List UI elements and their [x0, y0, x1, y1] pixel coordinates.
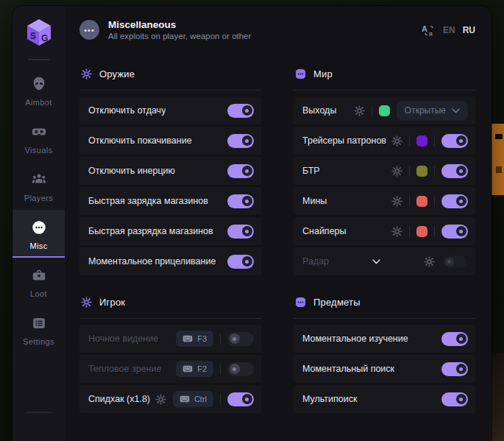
toggle-switch[interactable] [227, 164, 254, 178]
toggle-switch[interactable] [227, 255, 254, 269]
toggle-dot [245, 230, 249, 233]
column-left: ОружиеОтключить отдачуОтключить покачива… [79, 57, 261, 441]
color-swatch[interactable] [416, 226, 427, 237]
setting-label: Быстрая разрядка магазинов [88, 226, 213, 236]
gear-icon[interactable] [391, 226, 402, 237]
svg-text:A: A [422, 24, 427, 33]
setting-row: Тепловое зрениеF2 [79, 355, 261, 383]
row-controls [391, 194, 468, 208]
setting-row: Отключить покачивание [79, 127, 261, 155]
setting-row: Радар [294, 247, 475, 275]
setting-row: Моментальное прицеливание [79, 247, 261, 275]
toggle-switch[interactable] [441, 392, 468, 406]
toggle-switch[interactable] [227, 392, 254, 406]
row-controls [441, 392, 468, 406]
sidebar-item-loot[interactable]: Loot [13, 258, 65, 306]
color-swatch[interactable] [379, 105, 390, 116]
sidebar-bottom-divider [26, 412, 52, 413]
toggle-dot [459, 337, 463, 341]
keybind-label: Ctrl [194, 395, 207, 403]
separator [434, 166, 435, 177]
toggle-switch[interactable] [441, 164, 468, 178]
row-controls [391, 134, 468, 148]
toggle-switch[interactable] [227, 362, 254, 376]
gear-icon[interactable] [391, 196, 402, 207]
color-swatch[interactable] [416, 135, 427, 147]
page-title: Miscellaneous [108, 19, 251, 30]
separator [409, 226, 410, 237]
row-controls [441, 332, 468, 346]
toggle-switch[interactable] [227, 194, 254, 208]
svg-text:G: G [41, 33, 48, 43]
app-logo-icon: S G [23, 16, 55, 50]
setting-label: Быстрая зарядка магазинов [88, 196, 208, 206]
toggle-switch[interactable] [441, 134, 468, 148]
toggle-dot [245, 260, 249, 264]
toggle-dot [245, 139, 249, 143]
toggle-switch[interactable] [441, 332, 468, 346]
setting-row: Мины [294, 187, 475, 215]
chat-dots-icon [295, 297, 306, 308]
gear-icon[interactable] [354, 105, 365, 116]
toggle-dot [245, 200, 249, 203]
setting-label: Моментальное изучение [302, 334, 408, 344]
settings-list-icon [30, 314, 48, 332]
translate-icon: A я [421, 24, 436, 37]
setting-label: Трейсеры патронов [302, 135, 386, 146]
gear-icon[interactable] [391, 135, 402, 147]
exits-state-dropdown[interactable]: Открытые [397, 101, 468, 121]
toggle-dot [447, 260, 450, 263]
expand-chevron-down-icon[interactable] [372, 259, 380, 264]
svg-text:я: я [429, 30, 433, 37]
lang-en-button[interactable]: EN [443, 25, 455, 35]
toggle-knob [456, 135, 466, 146]
ellipsis-circle-icon [30, 219, 48, 236]
toggle-knob [242, 135, 252, 146]
section-header: Предметы [294, 278, 475, 318]
setting-label: Отключить отдачу [88, 105, 166, 116]
gear-icon [81, 297, 92, 308]
setting-label: Ночное видение [88, 334, 158, 344]
keybind-badge[interactable]: F2 [176, 361, 213, 377]
page-header: ••• Miscellaneous All exploits on player… [65, 6, 491, 48]
setting-row: Спидхак (x1.8)Ctrl [79, 385, 261, 413]
sidebar-item-players[interactable]: Players [13, 162, 65, 210]
section-title: Оружие [99, 68, 135, 80]
separator [434, 196, 435, 207]
toggle-switch[interactable] [441, 362, 468, 376]
toggle-switch[interactable] [227, 134, 254, 148]
sidebar-item-settings[interactable]: Settings [13, 306, 65, 353]
row-controls [227, 164, 254, 178]
toggle-knob [456, 196, 466, 206]
toggle-knob [456, 226, 466, 236]
toggle-switch[interactable] [441, 225, 468, 239]
setting-row: ВыходыОткрытые [294, 96, 475, 124]
separator [372, 105, 372, 116]
section-divider [79, 90, 261, 91]
gear-icon[interactable] [424, 256, 435, 267]
setting-row: Трейсеры патронов [294, 127, 475, 155]
setting-label: Отключить покачивание [88, 135, 192, 146]
sidebar-item-aimbot[interactable]: Aimbot [13, 66, 65, 114]
section-header: Мир [294, 57, 475, 90]
toggle-switch[interactable] [227, 225, 254, 239]
toggle-switch[interactable] [441, 194, 468, 208]
gear-icon[interactable] [155, 394, 166, 405]
toggle-dot [245, 169, 249, 173]
row-controls [441, 362, 468, 376]
color-swatch[interactable] [416, 196, 427, 207]
gear-icon[interactable] [391, 166, 402, 177]
svg-text:S: S [30, 31, 36, 41]
toggle-switch[interactable] [227, 104, 254, 118]
lang-ru-button[interactable]: RU [463, 25, 475, 35]
section-divider [79, 318, 261, 319]
sidebar-item-misc[interactable]: Misc [13, 210, 65, 258]
keybind-badge[interactable]: F3 [176, 331, 213, 347]
sidebar-item-visuals[interactable]: Visuals [13, 114, 65, 162]
keybind-badge[interactable]: Ctrl [173, 391, 213, 407]
color-swatch[interactable] [416, 166, 427, 177]
toggle-switch[interactable] [443, 255, 466, 268]
sidebar-item-label: Aimbot [25, 98, 52, 107]
toggle-switch[interactable] [227, 332, 254, 346]
sidebar-item-label: Visuals [24, 146, 52, 155]
